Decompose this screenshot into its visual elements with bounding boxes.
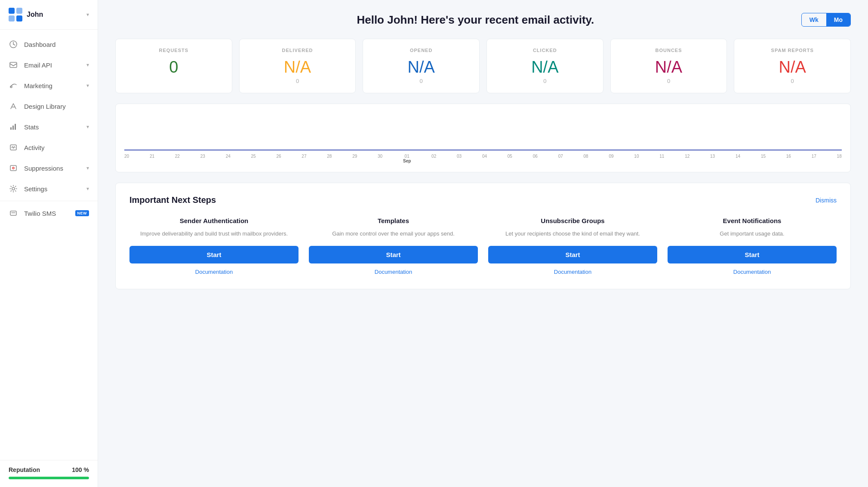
next-steps-header: Important Next Steps Dismiss [129, 195, 837, 205]
stat-label-requests: REQUESTS [123, 48, 224, 53]
stat-value-clicked: N/A [495, 59, 595, 75]
dashboard-icon [9, 40, 18, 49]
chart-label-item: 14 [736, 154, 740, 159]
chart-label-item: 12 [685, 154, 689, 159]
svg-rect-8 [12, 126, 14, 130]
stat-card-opened: OPENED N/A 0 [363, 39, 480, 93]
svg-rect-7 [10, 127, 12, 130]
chart-label-item: 03 [457, 154, 462, 159]
stat-value-spam: N/A [742, 59, 843, 75]
stat-sub-bounces: 0 [619, 78, 719, 84]
stat-card-spam: SPAM REPORTS N/A 0 [734, 39, 851, 93]
stat-sub-spam: 0 [742, 78, 843, 84]
step-doc-link-unsubscribe-groups[interactable]: Documentation [488, 269, 657, 275]
sidebar-item-twilio-sms[interactable]: Twilio SMS NEW [0, 203, 98, 224]
stat-card-requests: REQUESTS 0 [115, 39, 232, 93]
stat-label-bounces: BOUNCES [619, 48, 719, 53]
stats-icon [9, 122, 18, 132]
chart-label-item: 17 [812, 154, 816, 159]
stat-value-delivered: N/A [247, 59, 348, 75]
reputation-value: 100 % [72, 466, 89, 473]
stat-value-bounces: N/A [619, 59, 719, 75]
settings-icon [9, 184, 18, 193]
stat-card-bounces: BOUNCES N/A 0 [610, 39, 727, 93]
stat-card-delivered: DELIVERED N/A 0 [239, 39, 356, 93]
design-library-icon [9, 101, 18, 111]
sidebar-item-label-design-library: Design Library [24, 103, 89, 110]
sidebar-nav: Dashboard Email API ▾ Marketing ▾ [0, 30, 98, 460]
activity-icon [9, 143, 18, 152]
step-desc-templates: Gain more control over the email your ap… [309, 230, 478, 238]
step-desc-event-notifications: Get important usage data. [668, 230, 837, 238]
chart-label-item: 25 [251, 154, 256, 159]
view-toggle-mo[interactable]: Mo [826, 13, 850, 26]
suppressions-chevron-icon: ▾ [86, 165, 89, 171]
sidebar-item-label-twilio-sms: Twilio SMS [24, 210, 73, 217]
view-toggle-wk[interactable]: Wk [802, 13, 826, 26]
chart-label-item: 28 [327, 154, 332, 159]
chart-label-item: 24 [226, 154, 231, 159]
chart-label-item: 01Sep [403, 154, 411, 163]
step-title-unsubscribe-groups: Unsubscribe Groups [488, 217, 657, 224]
sidebar-item-settings[interactable]: Settings ▾ [0, 178, 98, 199]
step-start-btn-sender-auth[interactable]: Start [129, 246, 299, 263]
step-doc-link-sender-auth[interactable]: Documentation [129, 269, 299, 275]
sidebar-item-activity[interactable]: Activity [0, 137, 98, 158]
user-name: John [27, 11, 86, 18]
chart-label-item: 15 [761, 154, 766, 159]
sidebar-item-stats[interactable]: Stats ▾ [0, 116, 98, 137]
marketing-icon [9, 81, 18, 90]
chart-label-item: 09 [609, 154, 613, 159]
stat-card-clicked: CLICKED N/A 0 [486, 39, 603, 93]
chart-label-item: 21 [150, 154, 154, 159]
chart-label-item: 26 [276, 154, 281, 159]
stats-chevron-icon: ▾ [86, 124, 89, 130]
svg-rect-0 [9, 8, 15, 14]
stat-label-delivered: DELIVERED [247, 48, 348, 53]
step-title-sender-auth: Sender Authentication [129, 217, 299, 224]
user-menu[interactable]: John ▾ [0, 0, 98, 30]
stat-value-opened: N/A [371, 59, 471, 75]
step-start-btn-unsubscribe-groups[interactable]: Start [488, 246, 657, 263]
svg-point-6 [10, 86, 12, 88]
chart-label-item: 02 [431, 154, 436, 159]
chart-label-item: 05 [508, 154, 512, 159]
svg-point-12 [12, 167, 14, 169]
step-card-templates: Templates Gain more control over the ema… [309, 217, 478, 275]
twilio-sms-icon [9, 208, 18, 218]
sidebar-item-email-api[interactable]: Email API ▾ [0, 55, 98, 75]
sidebar-item-label-settings: Settings [24, 185, 86, 193]
svg-rect-5 [10, 62, 17, 67]
sidebar-item-design-library[interactable]: Design Library [0, 96, 98, 116]
chart-label-item: 07 [558, 154, 563, 159]
page-header: Hello John! Here's your recent email act… [115, 13, 851, 27]
svg-point-13 [12, 187, 15, 190]
step-card-event-notifications: Event Notifications Get important usage … [668, 217, 837, 275]
step-start-btn-templates[interactable]: Start [309, 246, 478, 263]
sidebar-item-dashboard[interactable]: Dashboard [0, 34, 98, 55]
chart-label-item: 08 [584, 154, 588, 159]
step-doc-link-event-notifications[interactable]: Documentation [668, 269, 837, 275]
chart-label-item: 16 [786, 154, 791, 159]
reputation-bar-fill [9, 477, 89, 479]
dismiss-button[interactable]: Dismiss [816, 197, 837, 204]
chart-label-item: 27 [302, 154, 306, 159]
sidebar-item-suppressions[interactable]: Suppressions ▾ [0, 158, 98, 178]
user-chevron-icon: ▾ [86, 12, 89, 18]
chart-label-item: 20 [124, 154, 129, 159]
svg-rect-3 [16, 15, 22, 21]
main-content: Hello John! Here's your recent email act… [98, 0, 868, 487]
chart-label-item: 22 [175, 154, 180, 159]
stat-label-clicked: CLICKED [495, 48, 595, 53]
chart-label-item: 29 [352, 154, 357, 159]
svg-rect-14 [10, 211, 16, 215]
chart-label-item: 30 [378, 154, 382, 159]
stat-sub-clicked: 0 [495, 78, 595, 84]
sidebar-item-marketing[interactable]: Marketing ▾ [0, 75, 98, 96]
step-doc-link-templates[interactable]: Documentation [309, 269, 478, 275]
app-logo [9, 8, 22, 21]
chart-label-item: 06 [533, 154, 538, 159]
chart-label-item: 10 [634, 154, 639, 159]
step-start-btn-event-notifications[interactable]: Start [668, 246, 837, 263]
stat-sub-delivered: 0 [247, 78, 348, 84]
